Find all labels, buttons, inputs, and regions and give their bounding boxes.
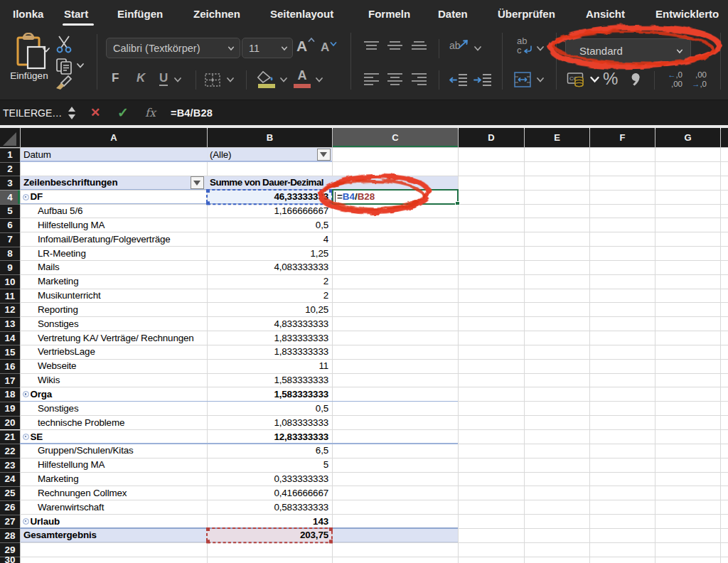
align-middle-icon[interactable]	[387, 41, 403, 53]
column-header-C[interactable]: C	[333, 128, 458, 148]
cell-value-b5[interactable]: 1,166666667	[210, 204, 328, 218]
cell-label-a16[interactable]: Webseite	[38, 359, 205, 373]
align-bottom-icon[interactable]	[412, 41, 427, 53]
row-header-12[interactable]: 12	[0, 303, 20, 317]
copy-icon[interactable]	[55, 58, 74, 75]
column-header-E[interactable]: E	[525, 128, 589, 148]
row-header-24[interactable]: 24	[0, 472, 20, 486]
formula-input[interactable]: =B4/B28	[171, 100, 213, 126]
tab-ilonka[interactable]: Ilonka	[13, 8, 43, 20]
name-box-stepper-icon[interactable]	[68, 106, 76, 120]
align-right-icon[interactable]	[412, 73, 427, 85]
cell-value-b26[interactable]: 0,583333333	[210, 500, 328, 515]
pivot-expand-icon[interactable]	[23, 434, 29, 440]
font-color-icon[interactable]: A	[294, 68, 311, 82]
paste-dropdown-chevron-icon[interactable]	[42, 47, 50, 53]
increase-font-icon[interactable]: A	[296, 38, 314, 55]
orientation-icon[interactable]: ab	[449, 38, 470, 51]
filter-dropdown-zeilenbeschriftungen[interactable]	[191, 176, 205, 188]
cell-label-a17[interactable]: Wikis	[38, 373, 205, 387]
row-header-30[interactable]: 30	[0, 557, 20, 563]
cell-label-a27[interactable]: Urlaub	[31, 515, 206, 529]
column-header-B[interactable]: B	[208, 128, 332, 148]
cut-scissors-icon[interactable]	[56, 36, 72, 54]
cell-label-a9[interactable]: Mails	[38, 260, 205, 274]
cell-label-a21[interactable]: SE	[31, 430, 206, 444]
cell-value-b14[interactable]: 1,833333333	[210, 331, 328, 345]
row-header-27[interactable]: 27	[0, 515, 20, 529]
cell-label-a4[interactable]: DF	[31, 190, 206, 204]
paste-button-label[interactable]: Einfügen	[9, 70, 49, 81]
font-color-chevron-icon[interactable]	[315, 77, 323, 83]
row-header-15[interactable]: 15	[0, 345, 20, 359]
row-header-8[interactable]: 8	[0, 247, 20, 261]
fill-handle[interactable]	[455, 201, 460, 206]
row-header-28[interactable]: 28	[0, 528, 20, 542]
row-header-21[interactable]: 21	[0, 430, 20, 444]
italic-icon[interactable]: K	[136, 71, 145, 85]
cell-label-a8[interactable]: LR-Meeting	[38, 247, 205, 261]
tab-formeln[interactable]: Formeln	[368, 8, 410, 20]
column-header-F[interactable]: F	[590, 128, 655, 148]
cell-value-b16[interactable]: 11	[210, 359, 328, 373]
cell-value-b21[interactable]: 12,83333333	[210, 430, 328, 444]
cancel-icon[interactable]: ✕	[90, 100, 100, 126]
cell-label-a23[interactable]: Hilfestellung MA	[38, 458, 205, 472]
cell-value-b23[interactable]: 5	[210, 458, 328, 472]
cell-label-a10[interactable]: Marketing	[38, 274, 205, 289]
cell-label-a18[interactable]: Orga	[31, 387, 206, 402]
wrap-text-icon[interactable]: ab c	[517, 37, 532, 55]
cell-label-a6[interactable]: Hilfestellung MA	[38, 218, 205, 232]
cell-label-a24[interactable]: Marketing	[38, 472, 205, 486]
row-header-3[interactable]: 3	[0, 176, 20, 190]
cell-label-a11[interactable]: Musikunterricht	[38, 289, 205, 303]
cell-label-a22[interactable]: Gruppen/Schulen/Kitas	[38, 444, 205, 458]
cell-value-b22[interactable]: 6,5	[210, 444, 328, 458]
tab-daten[interactable]: Daten	[438, 8, 468, 20]
row-header-2[interactable]: 2	[0, 162, 20, 176]
merge-cells-icon[interactable]	[513, 71, 532, 88]
cell-label-a25[interactable]: Rechnungen Collmex	[38, 486, 205, 500]
cell-label-a3[interactable]: Zeilenbeschriftungen	[23, 176, 205, 190]
cell-value-b18[interactable]: 1,583333333	[210, 387, 328, 402]
cell-label-a13[interactable]: Sonstiges	[38, 317, 205, 331]
row-header-19[interactable]: 19	[0, 402, 20, 416]
tab-ansicht[interactable]: Ansicht	[586, 8, 625, 20]
fill-color-chevron-icon[interactable]	[279, 77, 288, 83]
cell-value-b6[interactable]: 0,5	[210, 218, 328, 232]
cell-value-b11[interactable]: 2	[210, 289, 328, 303]
row-header-5[interactable]: 5	[0, 204, 20, 218]
tab-einfügen[interactable]: Einfügen	[117, 8, 163, 20]
underline-icon[interactable]: U	[159, 71, 168, 86]
row-header-14[interactable]: 14	[0, 331, 20, 345]
cell-value-b19[interactable]: 0,5	[210, 402, 328, 416]
remove-decimal-icon[interactable]: ,00→,0	[688, 70, 707, 89]
borders-chevron-icon[interactable]	[226, 77, 235, 83]
column-header-G[interactable]: G	[655, 128, 720, 148]
cell-label-a28[interactable]: Gesamtergebnis	[23, 528, 205, 542]
borders-icon[interactable]	[204, 73, 222, 87]
cell-label-a14[interactable]: Vertretung KA/ Verträge/ Rechnungen	[38, 331, 205, 345]
cell-value-b12[interactable]: 10,25	[210, 303, 328, 317]
cell-value-b9[interactable]: 4,083333333	[210, 260, 328, 274]
cell-value-b25[interactable]: 0,416666667	[210, 486, 328, 500]
row-header-11[interactable]: 11	[0, 289, 20, 303]
cell-label-a1[interactable]: Datum	[23, 148, 205, 162]
cell-value-b8[interactable]: 1,25	[210, 247, 328, 261]
increase-indent-icon[interactable]	[473, 73, 492, 87]
filter-dropdown-alle[interactable]	[317, 149, 331, 161]
row-header-6[interactable]: 6	[0, 218, 20, 232]
tab-start[interactable]: Start	[64, 8, 88, 20]
bold-icon[interactable]: F	[112, 71, 119, 85]
tab-überprüfen[interactable]: Überprüfen	[498, 8, 555, 20]
merge-cells-chevron-icon[interactable]	[536, 77, 545, 83]
row-header-23[interactable]: 23	[0, 458, 20, 472]
row-header-16[interactable]: 16	[0, 359, 20, 373]
number-format-dropdown[interactable]: Standard	[565, 38, 691, 63]
cell-value-b20[interactable]: 1,083333333	[210, 416, 328, 430]
enter-icon[interactable]: ✓	[117, 100, 129, 126]
accounting-format-icon[interactable]: CC	[567, 72, 586, 90]
cell-value-b10[interactable]: 2	[210, 274, 328, 289]
percent-icon[interactable]: %	[603, 69, 618, 89]
row-header-18[interactable]: 18	[0, 387, 20, 402]
